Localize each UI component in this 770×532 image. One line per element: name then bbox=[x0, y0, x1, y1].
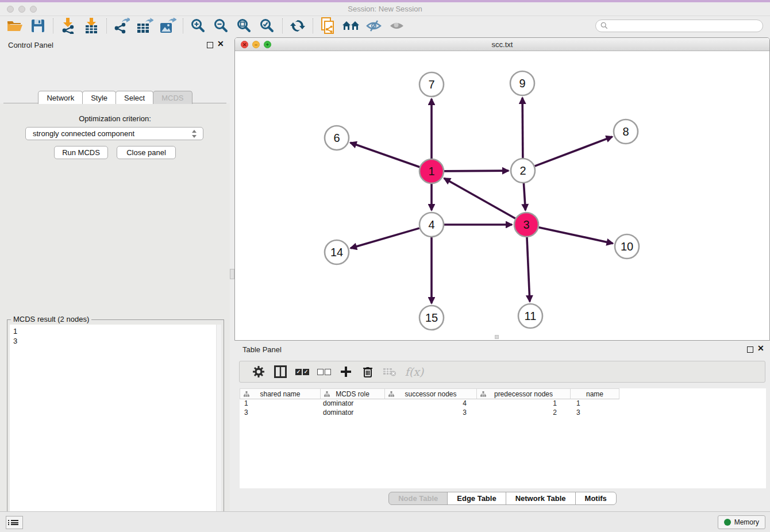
tab-edge-table[interactable]: Edge Table bbox=[447, 492, 506, 505]
table-row[interactable]: 3dominator323 bbox=[240, 408, 766, 418]
select-all-columns-icon[interactable]: ✓✓ bbox=[291, 363, 313, 380]
column-type-icon bbox=[388, 391, 394, 397]
graph-node-label: 2 bbox=[519, 164, 526, 177]
column-type-icon bbox=[480, 391, 486, 397]
column-type-icon bbox=[244, 391, 249, 397]
optimization-criterion-label: Optimization criterion: bbox=[0, 114, 230, 123]
graph-edge-3-11[interactable] bbox=[527, 237, 530, 302]
tab-motifs[interactable]: Motifs bbox=[575, 492, 617, 505]
mcds-result-text[interactable]: 1 3 bbox=[10, 325, 221, 532]
tab-mcds[interactable]: MCDS bbox=[153, 91, 192, 104]
graph-edge-1-6[interactable] bbox=[351, 142, 420, 167]
table-cell[interactable]: 1 bbox=[240, 399, 321, 408]
table-row[interactable]: 1dominator411 bbox=[240, 399, 766, 408]
graph-edge-2-3[interactable] bbox=[523, 183, 525, 210]
table-float-icon[interactable] bbox=[747, 346, 753, 353]
mcds-panel-body: Optimization criterion: strongly connect… bbox=[0, 103, 230, 532]
graph-edge-1-2[interactable] bbox=[444, 171, 509, 171]
table-cell[interactable]: 4 bbox=[385, 399, 477, 408]
zoom-selected-icon[interactable] bbox=[256, 17, 279, 34]
optimization-criterion-select[interactable]: strongly connected component bbox=[25, 127, 203, 140]
graph-node-label: 10 bbox=[621, 240, 633, 253]
graph-node-label: 6 bbox=[333, 132, 340, 144]
network-graph[interactable]: 1234678910111415 bbox=[235, 51, 769, 340]
show-column-panel-icon[interactable] bbox=[270, 363, 291, 380]
unselect-all-columns-icon[interactable] bbox=[313, 363, 335, 380]
list-icon bbox=[11, 519, 18, 526]
network-window-titlebar[interactable]: ✕ − + scc.txt bbox=[235, 38, 769, 51]
hide-eye-icon[interactable] bbox=[363, 17, 386, 34]
table-cell[interactable]: dominator bbox=[321, 399, 385, 408]
table-tabs: Node Table Edge Table Network Table Moti… bbox=[234, 492, 770, 506]
toolbar-separator bbox=[282, 18, 283, 33]
tab-style[interactable]: Style bbox=[82, 91, 116, 104]
table-cell[interactable]: 1 bbox=[571, 399, 619, 408]
column-header-shared-name[interactable]: shared name bbox=[240, 388, 321, 399]
memory-status-dot bbox=[724, 519, 731, 526]
control-panel: Control Panel ✕ Optimization criterion: … bbox=[0, 36, 230, 511]
canvas-resize-grip[interactable] bbox=[495, 335, 499, 339]
show-eye-icon[interactable] bbox=[386, 17, 409, 34]
home-pages-icon[interactable] bbox=[340, 17, 363, 34]
tab-select[interactable]: Select bbox=[116, 91, 153, 104]
save-session-icon[interactable] bbox=[26, 17, 49, 34]
task-history-button[interactable] bbox=[6, 516, 23, 529]
import-table-icon[interactable] bbox=[80, 17, 103, 34]
selected-option-label: strongly connected component bbox=[33, 129, 134, 138]
zoom-out-icon[interactable] bbox=[210, 17, 233, 34]
network-view-window: ✕ − + scc.txt 1234678910111415 bbox=[234, 37, 770, 341]
delete-column-trash-icon[interactable] bbox=[357, 363, 379, 380]
float-panel-icon[interactable] bbox=[207, 42, 213, 48]
column-type-icon bbox=[324, 391, 330, 397]
column-header-mcds-role[interactable]: MCDS role bbox=[321, 388, 385, 399]
table-close-icon[interactable]: ✕ bbox=[757, 344, 764, 353]
search-container bbox=[595, 20, 763, 32]
application-window: Session: New Session bbox=[0, 0, 770, 532]
column-header-predecessor-nodes[interactable]: predecessor nodes bbox=[477, 388, 571, 399]
splitter-grip[interactable] bbox=[230, 269, 234, 279]
graph-edge-2-9[interactable] bbox=[522, 98, 523, 158]
zoom-in-icon[interactable] bbox=[187, 17, 210, 34]
table-settings-gear-icon[interactable] bbox=[248, 363, 270, 380]
titlebar: Session: New Session bbox=[0, 2, 770, 16]
export-network-icon[interactable] bbox=[110, 17, 133, 34]
table-cell[interactable]: dominator bbox=[321, 408, 385, 418]
table-cell[interactable]: 3 bbox=[571, 408, 619, 418]
network-window-title: scc.txt bbox=[235, 40, 769, 49]
create-column-plus-icon[interactable] bbox=[335, 363, 357, 380]
close-panel-button[interactable]: Close panel bbox=[117, 146, 176, 159]
zoom-fit-icon[interactable] bbox=[233, 17, 256, 34]
toolbar-separator bbox=[183, 18, 183, 33]
refresh-view-icon[interactable] bbox=[286, 17, 309, 34]
export-image-icon[interactable] bbox=[156, 17, 179, 34]
toolbar-separator bbox=[313, 18, 313, 33]
graph-edge-2-8[interactable] bbox=[535, 137, 613, 166]
close-panel-icon[interactable]: ✕ bbox=[217, 39, 224, 48]
function-builder-icon[interactable]: f(x) bbox=[401, 363, 428, 380]
tab-node-table[interactable]: Node Table bbox=[388, 492, 448, 505]
memory-button[interactable]: Memory bbox=[718, 515, 765, 529]
table-cell[interactable]: 3 bbox=[385, 408, 477, 418]
tab-network[interactable]: Network bbox=[38, 91, 83, 104]
search-input[interactable] bbox=[595, 20, 763, 32]
column-header-successor-nodes[interactable]: successor nodes bbox=[385, 388, 477, 399]
delete-table-icon[interactable] bbox=[379, 363, 401, 380]
tab-network-table[interactable]: Network Table bbox=[506, 492, 576, 505]
table-toolbar: ✓✓ f(x) bbox=[239, 361, 765, 383]
graph-edge-4-14[interactable] bbox=[351, 228, 419, 248]
vertical-splitter[interactable] bbox=[230, 36, 234, 511]
column-header-name[interactable]: name bbox=[571, 388, 619, 399]
import-network-icon[interactable] bbox=[57, 17, 80, 34]
control-panel-title: Control Panel bbox=[8, 41, 53, 49]
open-session-icon[interactable] bbox=[3, 17, 26, 34]
share-document-icon[interactable] bbox=[317, 17, 340, 34]
table-cell[interactable]: 2 bbox=[477, 408, 571, 418]
graph-edge-3-10[interactable] bbox=[538, 228, 613, 244]
network-canvas[interactable]: 1234678910111415 bbox=[235, 51, 769, 340]
result-scrollbar[interactable] bbox=[216, 325, 221, 532]
run-mcds-button[interactable]: Run MCDS bbox=[54, 146, 108, 159]
table-cell[interactable]: 3 bbox=[240, 408, 321, 418]
graph-edge-3-1[interactable] bbox=[444, 178, 515, 218]
export-table-icon[interactable] bbox=[133, 17, 156, 34]
table-cell[interactable]: 1 bbox=[477, 399, 571, 408]
